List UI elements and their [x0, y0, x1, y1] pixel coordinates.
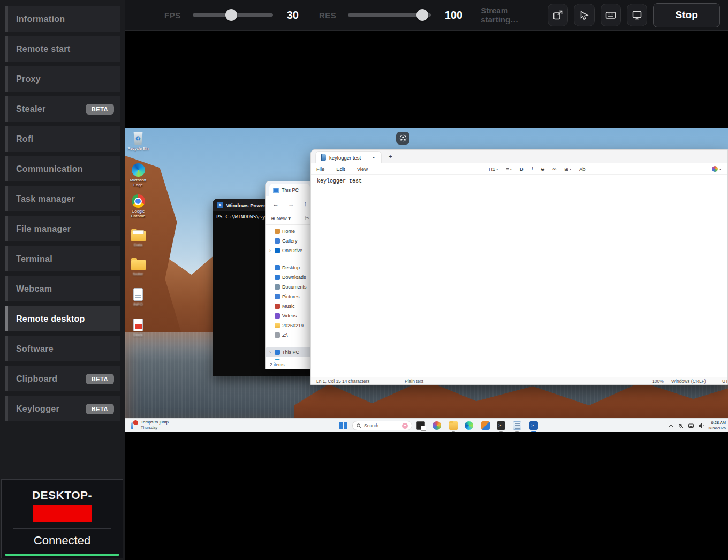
- weather-widget[interactable]: Temps to jump Thursday: [131, 420, 169, 430]
- monitor-button[interactable]: [627, 4, 647, 26]
- explorer-item-label: Pictures: [282, 294, 300, 299]
- sidebar-item-software[interactable]: Software: [5, 336, 120, 361]
- sidebar-item-terminal[interactable]: Terminal: [5, 246, 120, 271]
- cursor-button[interactable]: [574, 4, 594, 26]
- start-button[interactable]: [339, 422, 347, 429]
- res-slider[interactable]: [348, 9, 431, 21]
- forward-icon[interactable]: →: [288, 200, 294, 208]
- heading-style-button[interactable]: H1▾: [489, 166, 498, 172]
- res-value: 100: [445, 9, 462, 21]
- desktop-icon-footer[interactable]: footer: [126, 255, 150, 276]
- taskbar-search[interactable]: Search: [352, 421, 412, 430]
- notepad-tab[interactable]: keylogger test •: [315, 151, 382, 163]
- taskbar-clock[interactable]: 6:28 AM 3/24/2026: [708, 420, 726, 431]
- task-view-taskbar-button[interactable]: [416, 421, 425, 430]
- clear-formatting-icon: A̶b: [579, 166, 586, 172]
- item-accent: [5, 246, 8, 271]
- desktop-icon-data[interactable]: Data: [126, 226, 150, 247]
- res-slider-thumb[interactable]: [416, 9, 428, 21]
- touch-keyboard-icon[interactable]: [688, 422, 694, 429]
- explorer-tab-this-pc[interactable]: This PC: [269, 184, 310, 196]
- divider: [13, 528, 111, 529]
- item-accent: [5, 156, 8, 181]
- sidebar-item-information[interactable]: Information: [5, 6, 120, 32]
- copilot-taskbar-button[interactable]: [433, 421, 441, 430]
- sidebar-item-proxy[interactable]: Proxy: [5, 66, 120, 92]
- notepad-window[interactable]: keylogger test • + FileEditView H1▾≡▾BIS…: [310, 149, 728, 385]
- notepad-editor[interactable]: keylogger test: [311, 175, 727, 377]
- sidebar-item-clipboard[interactable]: ClipboardBETA: [5, 366, 120, 391]
- notepad-taskbar-button[interactable]: [513, 421, 521, 430]
- remote-desktop-stream[interactable]: Recycle BinMicrosoft EdgeGoogle ChromeDa…: [125, 128, 728, 432]
- copilot-button[interactable]: ▾: [712, 163, 721, 174]
- explorer-item-label: Videos: [282, 313, 297, 319]
- pc-icon: [275, 350, 280, 355]
- cut-icon[interactable]: ✂: [305, 215, 309, 222]
- bell-slash-icon[interactable]: [678, 422, 684, 429]
- explorer-item-label: 20260219: [282, 323, 304, 328]
- explorer-item-label: Home: [282, 229, 295, 234]
- sidebar-item-remote-start[interactable]: Remote start: [5, 36, 120, 62]
- sidebar-item-label: Software: [16, 344, 54, 354]
- terminal-icon: >_: [497, 421, 505, 430]
- desktop-icon-recycle-bin[interactable]: Recycle Bin: [126, 130, 150, 151]
- desktop-icon-microsoft-edge[interactable]: Microsoft Edge: [126, 162, 150, 187]
- desktop-icon-label: Microsoft Edge: [126, 178, 150, 187]
- bold-button[interactable]: B: [520, 166, 524, 172]
- file-explorer-icon: [449, 421, 458, 430]
- chevron-down-icon: ▾: [570, 167, 571, 171]
- sidebar-item-rofl[interactable]: Rofl: [5, 126, 120, 152]
- desktop-icon-google-chrome[interactable]: Google Chrome: [126, 193, 150, 218]
- list-button[interactable]: ≡▾: [506, 166, 512, 172]
- chevron-up-icon[interactable]: [668, 423, 674, 429]
- windows-taskbar[interactable]: Temps to jump Thursday Search >_>_: [125, 418, 728, 432]
- sidebar-item-webcam[interactable]: Webcam: [5, 276, 120, 301]
- back-icon[interactable]: ←: [272, 200, 279, 208]
- sidebar-item-communication[interactable]: Communication: [5, 156, 120, 181]
- terminal-taskbar-button[interactable]: >_: [497, 421, 505, 430]
- system-tray[interactable]: 6:28 AM 3/24/2026: [668, 419, 726, 432]
- menu-file[interactable]: File: [316, 166, 324, 172]
- strikethrough-button[interactable]: S: [541, 166, 544, 172]
- up-icon[interactable]: ↑: [304, 200, 307, 208]
- fps-slider[interactable]: [193, 9, 273, 21]
- sidebar-item-label: Stealer: [16, 104, 46, 114]
- desktop-icon-label: Google Chrome: [126, 209, 150, 218]
- table-button[interactable]: ⊞▾: [564, 166, 571, 172]
- sidebar-item-stealer[interactable]: StealerBETA: [5, 96, 120, 122]
- link-button[interactable]: ∞: [552, 166, 556, 172]
- item-accent: [5, 366, 8, 391]
- sidebar-item-file-manager[interactable]: File manager: [5, 216, 120, 241]
- store-taskbar-button[interactable]: [481, 421, 490, 430]
- notepad-icon: [513, 421, 521, 430]
- sidebar-item-remote-desktop[interactable]: Remote desktop: [5, 306, 120, 331]
- fps-slider-thumb[interactable]: [225, 9, 237, 21]
- desktop-icon-info[interactable]: INFO: [126, 286, 150, 307]
- menu-view[interactable]: View: [357, 166, 368, 172]
- copilot-icon: [712, 166, 718, 172]
- menu-edit[interactable]: Edit: [336, 166, 345, 172]
- new-button[interactable]: ⊕ New ▾: [271, 215, 291, 221]
- fps-value: 30: [287, 9, 299, 21]
- new-tab-button[interactable]: +: [389, 153, 392, 161]
- stop-button[interactable]: Stop: [653, 3, 720, 27]
- gallery-icon: [275, 238, 280, 244]
- clear-formatting-button[interactable]: A̶b: [579, 166, 586, 172]
- item-accent: [5, 36, 8, 62]
- speaker-mute-icon[interactable]: [698, 422, 704, 429]
- sidebar-item-task-manager[interactable]: Task manager: [5, 186, 120, 211]
- pdf-icon: [133, 319, 143, 331]
- keyboard-button[interactable]: [601, 4, 621, 26]
- powershell-taskbar-button[interactable]: >_: [529, 421, 538, 430]
- sidebar-item-label: Information: [16, 14, 65, 24]
- popout-button[interactable]: [548, 4, 568, 26]
- desktop-icon-docs[interactable]: Docs: [126, 316, 150, 337]
- sidebar-item-keylogger[interactable]: KeyloggerBETA: [5, 396, 120, 421]
- file-explorer-taskbar-button[interactable]: [449, 421, 458, 430]
- sidebar-item-label: Terminal: [16, 254, 52, 264]
- external-link-icon: [552, 9, 564, 21]
- notepad-tabbar: keylogger test • +: [311, 150, 727, 163]
- search-highlight-icon: [402, 423, 408, 429]
- edge-taskbar-button[interactable]: [465, 421, 473, 430]
- italic-button[interactable]: I: [532, 166, 533, 171]
